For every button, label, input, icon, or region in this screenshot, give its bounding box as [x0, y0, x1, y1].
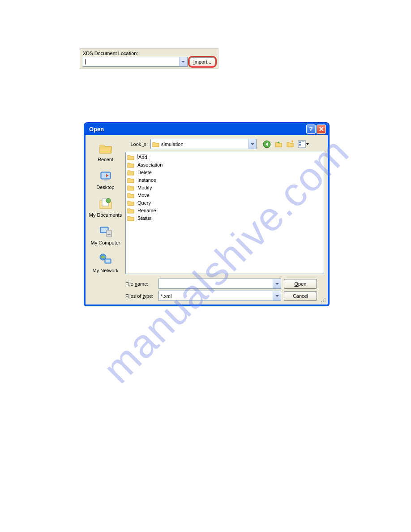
- help-button[interactable]: ?: [306, 124, 316, 134]
- svg-point-4: [106, 198, 111, 203]
- text-cursor: [85, 59, 86, 64]
- folder-name: Modify: [137, 185, 152, 190]
- list-item[interactable]: Status: [127, 214, 323, 222]
- lookin-combo[interactable]: simulation: [150, 139, 257, 149]
- filetype-row: Files of type: *.xml Cancel: [125, 291, 324, 301]
- bottom-rows: File name: Open Files of type: *.xml Can…: [125, 274, 324, 305]
- folder-icon: [127, 162, 134, 168]
- folder-name: Move: [137, 193, 150, 198]
- open-dialog: Open ? Recent Desktop My Documents My Co…: [84, 123, 329, 306]
- views-icon: [298, 140, 306, 148]
- list-item[interactable]: Association: [127, 161, 323, 168]
- xds-panel: XDS Document Location: Import...: [80, 48, 218, 69]
- file-list[interactable]: Add Association Delete Instance Modify M…: [125, 152, 324, 274]
- filename-row: File name: Open: [125, 279, 324, 289]
- list-item[interactable]: Move: [127, 191, 323, 199]
- titlebar: Open ?: [86, 123, 328, 135]
- list-item[interactable]: Query: [127, 199, 323, 206]
- lookin-label: Look in:: [125, 142, 148, 147]
- import-button[interactable]: Import...: [189, 57, 215, 66]
- place-label: Recent: [98, 157, 113, 162]
- dropdown-arrow-icon[interactable]: [179, 57, 187, 66]
- folder-name: Rename: [137, 208, 156, 213]
- svg-rect-16: [302, 142, 304, 142]
- back-icon[interactable]: [263, 140, 271, 148]
- svg-point-22: [323, 301, 324, 302]
- folder-icon: [127, 200, 134, 206]
- folder-name: Status: [137, 215, 151, 221]
- folder-icon: [152, 141, 159, 147]
- svg-rect-14: [299, 142, 301, 143]
- svg-rect-1: [102, 173, 110, 178]
- places-mycomputer[interactable]: My Computer: [88, 223, 123, 247]
- filetype-value: *.xml: [161, 293, 171, 299]
- place-label: My Computer: [90, 240, 120, 245]
- svg-point-19: [323, 300, 324, 300]
- folder-icon: [98, 142, 113, 156]
- dialog-title: Open: [89, 126, 305, 133]
- svg-point-23: [325, 301, 325, 302]
- chevron-down-icon: [306, 141, 309, 148]
- svg-point-21: [321, 301, 322, 302]
- folder-name: Query: [137, 200, 151, 206]
- list-item[interactable]: Add: [127, 153, 323, 161]
- folder-icon: [127, 169, 134, 176]
- folder-icon: [127, 207, 134, 214]
- svg-rect-17: [302, 144, 304, 144]
- folder-name: Add: [137, 154, 148, 160]
- main-area: Look in: simulation Ad: [125, 138, 328, 305]
- close-button[interactable]: [317, 124, 326, 134]
- desktop-icon: [98, 169, 113, 184]
- dropdown-arrow-icon[interactable]: [273, 279, 281, 288]
- xds-location-input[interactable]: [83, 57, 188, 67]
- network-icon: [98, 253, 113, 267]
- dialog-body: Recent Desktop My Documents My Computer …: [86, 135, 328, 305]
- list-item[interactable]: Instance: [127, 176, 323, 184]
- dropdown-arrow-icon[interactable]: [273, 291, 281, 300]
- lookin-value: simulation: [161, 142, 184, 147]
- places-desktop[interactable]: Desktop: [88, 167, 123, 192]
- svg-rect-8: [107, 234, 111, 235]
- folder-name: Instance: [137, 177, 156, 183]
- filetype-combo[interactable]: *.xml: [158, 291, 281, 301]
- list-item[interactable]: Modify: [127, 184, 323, 191]
- toolbar: [263, 140, 309, 148]
- folder-icon: [127, 177, 134, 183]
- places-mynetwork[interactable]: My Network: [88, 251, 123, 275]
- folder-icon: [127, 215, 134, 221]
- folder-icon: [127, 192, 134, 198]
- folder-icon: [127, 154, 134, 160]
- list-item[interactable]: Delete: [127, 168, 323, 176]
- close-icon: [319, 126, 324, 132]
- xds-location-label: XDS Document Location:: [83, 51, 215, 56]
- filetype-label: Files of type:: [125, 293, 156, 299]
- folder-name: Delete: [137, 170, 152, 175]
- dropdown-arrow-icon[interactable]: [248, 139, 256, 149]
- list-item[interactable]: Rename: [127, 206, 323, 214]
- place-label: Desktop: [96, 184, 114, 190]
- place-label: My Network: [92, 268, 118, 273]
- filename-input[interactable]: [158, 279, 281, 289]
- views-button[interactable]: [298, 140, 309, 148]
- folder-name: Association: [137, 162, 163, 167]
- svg-rect-2: [104, 180, 107, 181]
- computer-icon: [98, 225, 113, 239]
- cancel-button[interactable]: Cancel: [284, 291, 317, 301]
- svg-rect-11: [106, 260, 110, 262]
- svg-rect-15: [299, 144, 301, 146]
- resize-grip-icon[interactable]: [321, 297, 326, 303]
- places-bar: Recent Desktop My Documents My Computer …: [86, 138, 125, 305]
- filename-label: File name:: [125, 281, 156, 287]
- place-label: My Documents: [89, 212, 122, 218]
- new-folder-icon[interactable]: [286, 140, 294, 148]
- svg-point-20: [325, 300, 325, 300]
- documents-icon: [98, 197, 113, 211]
- places-recent[interactable]: Recent: [88, 140, 123, 164]
- lookin-row: Look in: simulation: [125, 138, 324, 152]
- svg-rect-7: [107, 230, 111, 237]
- folder-icon: [127, 184, 134, 191]
- places-mydocuments[interactable]: My Documents: [88, 195, 123, 219]
- up-folder-icon[interactable]: [274, 140, 283, 148]
- open-button[interactable]: Open: [284, 279, 317, 289]
- xds-row: Import...: [83, 57, 215, 67]
